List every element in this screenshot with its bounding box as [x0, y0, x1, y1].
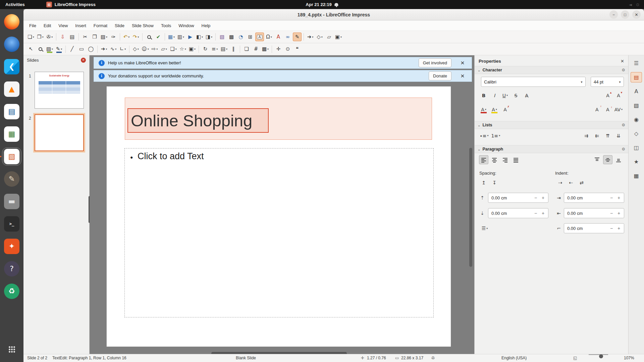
firefox-icon[interactable]	[3, 14, 20, 30]
maximize-button[interactable]: □	[621, 10, 629, 19]
spin-decrease-icon[interactable]: −	[608, 210, 615, 216]
libreoffice-impress-icon[interactable]: ▧	[3, 148, 20, 165]
software-updater-icon[interactable]: ♻	[3, 283, 20, 299]
switch-indent-icon[interactable]: ⇄	[577, 178, 586, 187]
minimize-button[interactable]: −	[609, 10, 618, 19]
distribute-selection-icon[interactable]: ∥	[229, 45, 238, 54]
print-icon[interactable]: ▤	[68, 33, 76, 41]
curves-and-polygons-icon[interactable]: ∿▾	[109, 45, 118, 54]
save-status-icon[interactable]: ✇	[431, 354, 435, 362]
copy-icon[interactable]: ❐	[90, 33, 99, 41]
line-color-icon[interactable]: ✎▾	[55, 45, 63, 54]
clone-formatting-icon[interactable]: ✑	[109, 33, 118, 41]
align-left-icon[interactable]	[479, 155, 488, 164]
glue-points-icon[interactable]: ⊙	[283, 45, 292, 54]
underline-icon[interactable]: U▾	[500, 91, 510, 100]
styles-tab-icon[interactable]: A	[631, 86, 642, 97]
align-top-icon[interactable]	[592, 155, 602, 164]
superscript-icon[interactable]: A²	[592, 105, 602, 114]
cut-icon[interactable]: ✂	[81, 33, 90, 41]
unordered-list-icon[interactable]: ∙≡▾	[479, 131, 489, 140]
before-text-indent-field[interactable]: 0.00 cm − +	[564, 193, 624, 203]
vertical-scrollbar[interactable]	[469, 148, 472, 267]
rectangle-icon[interactable]: ▭	[77, 45, 86, 54]
redo-icon[interactable]: ↷▾	[131, 33, 140, 41]
menu-edit[interactable]: Edit	[40, 22, 55, 29]
ellipse-icon[interactable]: ◯	[87, 45, 95, 54]
increase-indent-icon[interactable]: ⇢	[555, 178, 565, 187]
bold-icon[interactable]: B	[479, 91, 488, 100]
slide-layout-icon[interactable]: ◧▾	[195, 33, 204, 41]
title-textbox-selection[interactable]: Online Shopping	[127, 108, 269, 133]
get-involved-button[interactable]: Get involved	[419, 58, 451, 67]
insert-special-character-icon[interactable]: Ω▾	[265, 33, 273, 41]
save-icon[interactable]: ✇▾	[45, 33, 54, 41]
lines-and-arrows-icon[interactable]: ➔▾	[100, 45, 108, 54]
font-size-combobox[interactable]: 44 pt ▾	[591, 77, 624, 87]
character-section-header[interactable]: ⌄ Character ⚙	[475, 66, 628, 74]
align-right-icon[interactable]	[500, 155, 510, 164]
increase-font-size-icon[interactable]: A▲	[603, 91, 612, 100]
edit-points-icon[interactable]: ✛	[274, 45, 283, 54]
shapes-tab-icon[interactable]: ◇	[631, 128, 642, 139]
fill-color-icon[interactable]: ▨▾	[45, 45, 54, 54]
menu-view[interactable]: View	[55, 22, 71, 29]
menu-window[interactable]: Window	[175, 22, 198, 29]
font-color-icon[interactable]: A▾	[479, 105, 488, 114]
display-views-icon[interactable]: ▥▾	[176, 33, 185, 41]
arrange-icon[interactable]: ▤▾	[220, 45, 228, 54]
system-tray[interactable]: ◄ ⊙	[629, 2, 639, 7]
master-slides-tab-icon[interactable]: ▦	[631, 171, 642, 181]
insert-image-icon[interactable]: ▧	[218, 33, 226, 41]
stars-and-banners-icon[interactable]: ☆▾	[178, 45, 187, 54]
spin-decrease-icon[interactable]: −	[532, 195, 539, 200]
subscript-icon[interactable]: A₂	[603, 105, 612, 114]
flowchart-shapes-icon[interactable]: ▱	[325, 33, 333, 41]
sidebar-menu-icon[interactable]: ☰	[631, 58, 642, 68]
libreoffice-writer-icon[interactable]: ▤	[3, 104, 20, 120]
spin-increase-icon[interactable]: +	[539, 210, 547, 216]
show-apps-icon[interactable]	[3, 341, 20, 357]
start-slideshow-icon[interactable]: ▶	[186, 33, 195, 41]
first-line-indent-field[interactable]: 0.00 cm − +	[564, 223, 624, 233]
decrease-paragraph-spacing-icon[interactable]: ↧	[490, 178, 499, 187]
focused-app-indicator[interactable]: ▧ LibreOffice Impress	[46, 2, 96, 7]
move-up-icon[interactable]: ⇈	[603, 131, 612, 140]
vscode-icon[interactable]: ❮	[3, 59, 20, 75]
align-bottom-icon[interactable]	[614, 155, 623, 164]
help-icon[interactable]: ?	[3, 261, 20, 277]
window-title-bar[interactable]: 189_4.pptx - LibreOffice Impress − □ ✕	[23, 9, 644, 20]
slide-1-thumbnail[interactable]: Sustainable Energy	[35, 72, 84, 109]
close-sidebar-icon[interactable]: ✕	[621, 59, 624, 64]
close-infobar-icon[interactable]: ✕	[458, 73, 467, 79]
clear-direct-formatting-icon[interactable]: A✗	[500, 105, 510, 114]
libreoffice-calc-icon[interactable]: ▦	[3, 126, 20, 142]
shadow-icon[interactable]: ❏	[242, 45, 251, 54]
flowchart-shapes-icon[interactable]: ▱▾	[160, 45, 168, 54]
gallery-tab-icon[interactable]: ▧	[631, 100, 642, 111]
strikethrough-icon[interactable]: S	[511, 91, 521, 100]
section-settings-icon[interactable]: ⚙	[622, 147, 625, 152]
close-infobar-icon[interactable]: ✕	[458, 60, 467, 66]
align-justify-icon[interactable]	[511, 155, 521, 164]
menu-file[interactable]: File	[25, 22, 40, 29]
menu-tools[interactable]: Tools	[157, 22, 175, 29]
insert-chart-icon[interactable]: ◔	[236, 33, 245, 41]
insert-media-icon[interactable]: ▩	[227, 33, 236, 41]
spin-increase-icon[interactable]: +	[615, 210, 623, 216]
align-vertical-center-icon[interactable]	[603, 155, 612, 164]
terminal-icon[interactable]: >_	[3, 216, 20, 232]
new-document-icon[interactable]: ❏▾	[26, 33, 35, 41]
spin-decrease-icon[interactable]: −	[608, 226, 615, 231]
show-draw-functions-icon[interactable]: ✎	[293, 33, 302, 41]
symbol-shapes-icon[interactable]: ☺▾	[141, 45, 150, 54]
callout-shapes-icon[interactable]: ❑▾	[169, 45, 178, 54]
slide-canvas[interactable]: Online Shopping ● Click to add Text	[106, 86, 451, 347]
rotate-icon[interactable]: ↻	[201, 45, 210, 54]
select-icon[interactable]: ↖	[26, 45, 35, 54]
master-slide-icon[interactable]: ◨▾	[205, 33, 213, 41]
menu-help[interactable]: Help	[198, 22, 214, 29]
increase-paragraph-spacing-icon[interactable]: ↥	[479, 178, 488, 187]
promote-icon[interactable]: ⇇	[592, 131, 602, 140]
language-status[interactable]: English (USA)	[501, 354, 527, 362]
